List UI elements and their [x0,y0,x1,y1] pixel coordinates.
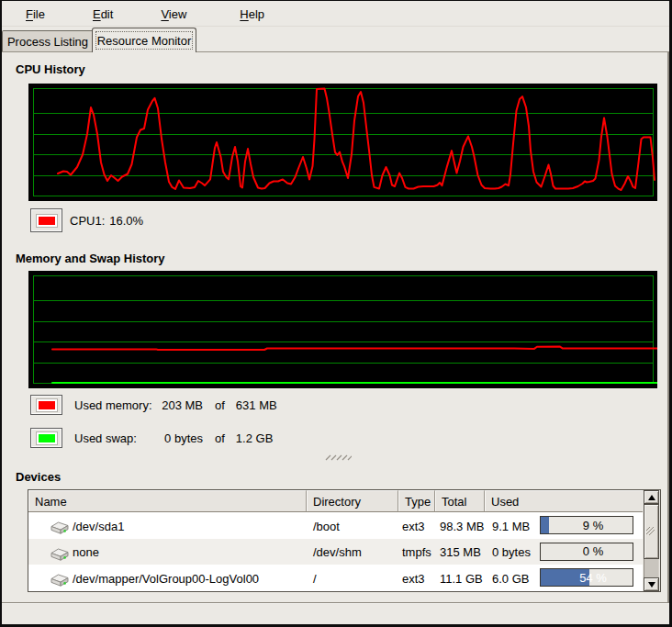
harddisk-icon [50,548,69,561]
memory-total-value: 631 MB [236,398,277,412]
device-used: 6.0 GB [492,572,529,586]
memory-swap-graph [28,271,657,388]
memory-legend-label: Used memory: [74,398,161,412]
scrollbar-thumb[interactable] [644,504,659,559]
tab-resource-monitor-label: Resource Monitor [97,34,192,48]
memory-history-title: Memory and Swap History [16,252,165,265]
cpu-color-chip [37,215,57,227]
harddisk-icon [50,574,69,587]
scrollbar-up-button[interactable] [644,490,659,504]
device-usage-bar: 9 % [540,516,633,534]
status-bar [2,603,669,622]
menu-item-help[interactable]: Help [210,4,288,25]
scrollbar-trough[interactable] [644,559,659,577]
device-usage-percent: 54 % [554,569,633,586]
cpu-history-graph [28,84,657,201]
cpu-color-swatch[interactable] [30,208,62,232]
swap-legend-label: Used swap: [74,431,161,445]
device-used: 9.1 MB [492,520,530,533]
pane-resize-grip[interactable] [324,454,352,461]
cpu-history-title: CPU History [16,62,85,76]
harddisk-icon [50,521,69,534]
column-header-directory[interactable]: Directory [307,490,398,512]
device-type: ext3 [402,520,425,533]
cpu-legend-value: 16.0% [109,214,143,228]
device-directory: /dev/shm [313,545,362,559]
devices-title: Devices [16,470,61,484]
device-name: /dev/mapper/VolGroup00-LogVol00 [73,572,259,586]
cpu-legend-label: CPU1: [70,214,105,228]
device-type: ext3 [402,572,425,586]
swap-of-label: of [215,431,225,445]
device-total: 11.1 GB [440,572,483,586]
window-border-left [0,0,2,627]
column-header-total[interactable]: Total [435,490,485,512]
swap-used-value: 0 bytes [161,431,203,445]
device-used: 0 bytes [492,545,531,559]
swap-color-swatch[interactable] [30,428,62,448]
table-row[interactable]: /dev/mapper/VolGroup00-LogVol00 / ext3 1… [28,565,643,591]
device-usage-fill [541,517,549,533]
memory-legend-row: Used memory: 203 MB of 631 MB [30,395,277,415]
window-border-top [0,0,672,1]
tab-process-listing-label: Process Listing [7,35,88,49]
tab-resource-monitor[interactable]: Resource Monitor [92,28,196,52]
device-name: none [73,545,99,559]
devices-table-header: Name Directory Type Total Used [28,490,643,512]
device-directory: / [313,572,317,586]
scrollbar-grip-icon [646,527,656,537]
device-usage-percent: 0 % [554,543,633,560]
scroll-up-icon [648,495,655,500]
swap-legend-row: Used swap: 0 bytes of 1.2 GB [30,428,273,448]
device-directory: /boot [313,520,340,533]
cpu-legend: CPU1: 16.0% [30,208,143,232]
scrollbar-down-button[interactable] [644,577,659,591]
devices-table: Name Directory Type Total Used /dev/sda1… [28,489,661,592]
device-type: tmpfs [402,545,431,559]
devices-table-body: /dev/sda1 /boot ext3 98.3 MB 9.1 MB 9 % … [28,512,643,591]
tab-process-listing[interactable]: Process Listing [2,30,94,51]
memory-of-label: of [215,398,225,412]
table-row[interactable]: none /dev/shm tmpfs 315 MB 0 bytes 0 % [28,539,643,565]
menu-item-view[interactable]: View [137,4,210,25]
menu-bar: FileEditViewHelp [2,1,669,27]
scroll-down-icon [648,582,655,588]
devices-scrollbar [643,490,660,591]
device-usage-bar: 54 % [540,568,633,587]
menu-item-edit[interactable]: Edit [69,4,137,25]
column-header-used[interactable]: Used [485,490,643,512]
column-header-type[interactable]: Type [398,490,435,512]
device-total: 98.3 MB [440,520,484,533]
table-row[interactable]: /dev/sda1 /boot ext3 98.3 MB 9.1 MB 9 % [28,512,643,539]
device-usage-percent: 9 % [554,517,633,533]
system-monitor-window: FileEditViewHelp Process Listing Resourc… [0,0,672,627]
menu-item-file[interactable]: File [6,4,69,25]
device-total: 315 MB [440,545,481,559]
device-name: /dev/sda1 [73,520,124,533]
column-header-name[interactable]: Name [28,490,307,512]
device-usage-bar: 0 % [540,543,633,561]
swap-color-chip [37,432,57,444]
memory-color-swatch[interactable] [30,395,62,415]
memory-used-value: 203 MB [161,398,203,412]
tab-focus-outline: Resource Monitor [95,31,193,50]
memory-color-chip [37,399,57,411]
swap-total-value: 1.2 GB [236,431,273,445]
